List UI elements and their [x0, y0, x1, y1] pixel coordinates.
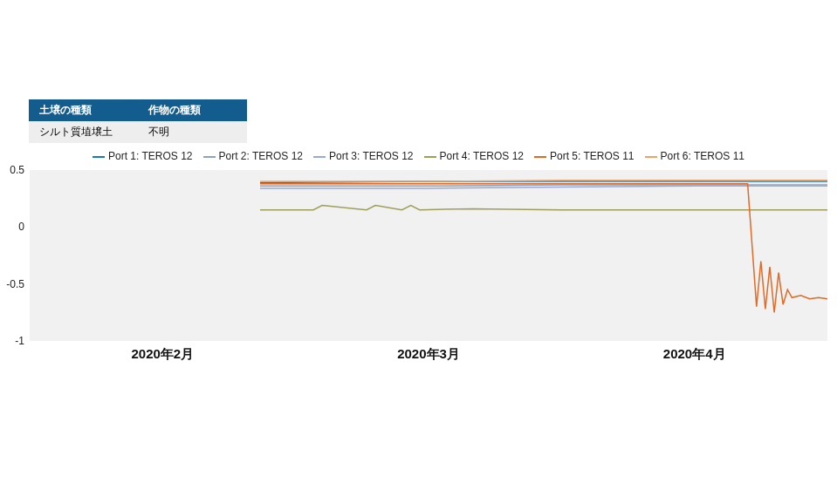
- x-tick-label: 2020年4月: [663, 346, 726, 363]
- legend-label: Port 4: TEROS 12: [440, 150, 525, 162]
- y-tick-label: -0.5: [6, 278, 24, 290]
- x-axis: 2020年2月2020年3月2020年4月: [30, 341, 827, 367]
- legend-swatch: [534, 156, 546, 158]
- legend-item: Port 1: TEROS 12: [93, 150, 193, 162]
- chart-legend: Port 1: TEROS 12Port 2: TEROS 12Port 3: …: [0, 150, 837, 162]
- chart-plot-area: [30, 170, 827, 341]
- legend-item: Port 2: TEROS 12: [203, 150, 304, 162]
- y-tick-label: 0.5: [10, 164, 24, 176]
- legend-swatch: [203, 156, 216, 158]
- line-chart-svg: [30, 170, 827, 341]
- legend-item: Port 3: TEROS 12: [313, 150, 414, 162]
- legend-item: Port 5: TEROS 11: [534, 150, 635, 162]
- series-line: [260, 206, 827, 210]
- legend-swatch: [313, 156, 326, 158]
- y-axis: 0.50-0.5-1: [0, 170, 30, 341]
- th-crop: 作物の種類: [138, 99, 247, 121]
- series-line: [260, 184, 827, 313]
- soil-info-table: 土壌の種類 作物の種類 シルト質埴壌土 不明: [29, 99, 247, 143]
- legend-label: Port 6: TEROS 11: [661, 150, 745, 162]
- legend-swatch: [645, 156, 657, 158]
- y-tick-label: -1: [15, 335, 24, 347]
- td-crop: 不明: [138, 121, 247, 143]
- td-soil: シルト質埴壌土: [29, 121, 138, 143]
- legend-label: Port 5: TEROS 11: [550, 150, 635, 162]
- x-tick-label: 2020年3月: [397, 346, 460, 363]
- legend-item: Port 6: TEROS 11: [645, 150, 745, 162]
- y-tick-label: 0: [18, 221, 24, 233]
- x-tick-label: 2020年2月: [131, 346, 194, 363]
- legend-label: Port 3: TEROS 12: [329, 150, 414, 162]
- legend-label: Port 1: TEROS 12: [108, 150, 193, 162]
- legend-item: Port 4: TEROS 12: [424, 150, 525, 162]
- legend-swatch: [424, 156, 436, 158]
- legend-swatch: [93, 156, 105, 158]
- th-soil: 土壌の種類: [29, 99, 138, 121]
- legend-label: Port 2: TEROS 12: [219, 150, 304, 162]
